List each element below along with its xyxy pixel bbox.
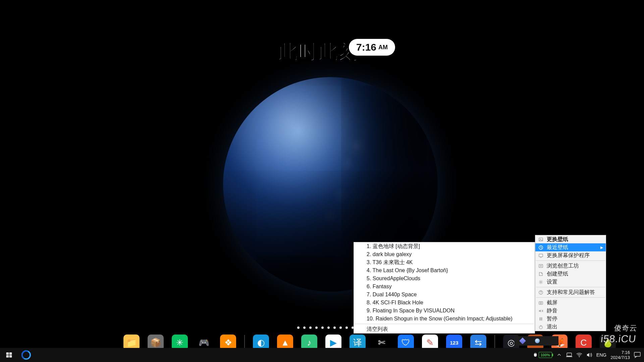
ctx-item-label: 支持和常见问题解答 <box>547 289 595 296</box>
svg-rect-22 <box>634 352 640 356</box>
browser-icon <box>21 350 31 360</box>
svg-rect-14 <box>9 353 12 355</box>
battery-percent: 100% <box>539 352 552 358</box>
wifi-icon[interactable] <box>576 352 582 358</box>
svg-rect-8 <box>539 301 542 304</box>
wallpaper-widget-title: 此时此刻 <box>278 39 359 65</box>
svg-point-9 <box>540 302 541 303</box>
recent-wallpaper-item[interactable]: 5. SouredAppleClouds <box>354 275 535 283</box>
recent-wallpaper-item[interactable]: 7. Dual 1440p Space <box>354 291 535 299</box>
svg-rect-15 <box>6 355 9 358</box>
svg-rect-11 <box>541 317 542 320</box>
screensaver-icon <box>538 253 543 258</box>
ctx-item-create[interactable]: 创建壁纸 <box>535 270 606 278</box>
windows-taskbar: 100% ENG 7:16 2024/7/13 <box>0 348 644 362</box>
svg-rect-16 <box>9 355 12 358</box>
tray-laptop-icon[interactable] <box>566 352 572 358</box>
ctx-item-screensaver[interactable]: 更换屏幕保护程序 <box>535 251 606 259</box>
watermark-cn: 傻奇云 <box>601 323 638 333</box>
ctx-item-screenshot[interactable]: 截屏 <box>535 299 606 307</box>
action-center-icon[interactable] <box>634 352 641 358</box>
wallpaper-engine-context-menu: 更换壁纸最近壁纸▶更换屏幕保护程序浏览创意工坊创建壁纸设置支持和常见问题解答截屏… <box>535 235 606 331</box>
svg-rect-10 <box>539 317 540 320</box>
create-icon <box>538 271 543 277</box>
plug-icon <box>533 352 537 358</box>
wallpaper-ampm: AM <box>378 44 388 51</box>
taskbar-pinned-browser[interactable] <box>18 348 34 362</box>
image-icon <box>538 237 543 242</box>
svg-rect-4 <box>539 264 542 267</box>
svg-point-7 <box>540 293 541 294</box>
ctx-item-pause[interactable]: 暂停 <box>535 315 606 323</box>
pause-icon <box>538 316 543 321</box>
recent-wallpaper-item[interactable]: 1. 蓝色地球 [动态背景] <box>354 242 535 250</box>
ctx-item-mute[interactable]: 静音 <box>535 307 606 315</box>
recent-wallpaper-item[interactable]: 8. 4K SCI-FI Black Hole <box>354 299 535 307</box>
svg-rect-3 <box>539 254 542 256</box>
system-tray: 100% ENG 7:16 2024/7/13 <box>533 348 644 362</box>
ctx-item-label: 暂停 <box>547 315 557 322</box>
windows-logo-icon <box>6 352 12 358</box>
ime-language[interactable]: ENG <box>596 352 606 358</box>
recent-wallpaper-item[interactable]: 6. Fantasy <box>354 283 535 291</box>
screenshot-icon <box>538 300 543 305</box>
ctx-item-image[interactable]: 更换壁纸 <box>535 235 606 243</box>
taskbar-time: 7:16 <box>610 350 630 355</box>
ctx-item-label: 截屏 <box>547 299 557 306</box>
recent-wallpapers-submenu: 1. 蓝色地球 [动态背景]2. dark blue galexy3. T36 … <box>354 242 535 334</box>
chevron-right-icon: ▶ <box>600 245 603 250</box>
ctx-item-label: 最近壁纸 <box>547 244 568 251</box>
tray-overflow-strip[interactable] <box>514 336 558 346</box>
svg-point-5 <box>540 281 541 283</box>
wallpaper-time-pill: 7:16 AM <box>349 39 395 56</box>
recent-wallpaper-item[interactable]: 2. dark blue galexy <box>354 250 535 258</box>
start-button[interactable] <box>0 348 18 362</box>
ctx-item-label: 创建壁纸 <box>547 270 568 278</box>
svg-rect-19 <box>567 353 572 356</box>
ctx-item-recent[interactable]: 最近壁纸▶ <box>535 243 606 251</box>
battery-indicator[interactable]: 100% <box>533 352 552 358</box>
recent-wallpaper-item[interactable]: 3. T36 未來戰士 4K <box>354 258 535 266</box>
watermark-en: i58.iCU <box>600 333 637 344</box>
settings-icon <box>538 279 543 285</box>
clear-recent-list[interactable]: 清空列表 <box>354 325 535 333</box>
ctx-item-power[interactable]: 退出 <box>535 323 606 331</box>
ctx-item-label: 静音 <box>547 307 557 314</box>
recent-wallpaper-item[interactable]: 4. The Last One {By Josef Bartoň} <box>354 266 535 275</box>
ctx-item-label: 更换壁纸 <box>547 236 568 243</box>
taskbar-clock[interactable]: 7:16 2024/7/13 <box>610 350 630 360</box>
tray-chevron-up-icon[interactable] <box>556 352 562 358</box>
wallpaper-time: 7:16 <box>356 42 376 53</box>
help-icon <box>538 290 543 295</box>
power-icon <box>538 324 543 329</box>
watermark: 傻奇云 i58.iCU <box>600 323 638 345</box>
ctx-item-settings[interactable]: 设置 <box>535 278 606 286</box>
mute-icon <box>538 308 543 313</box>
ctx-item-label: 更换屏幕保护程序 <box>547 252 590 259</box>
recent-icon <box>538 245 543 250</box>
ctx-item-label: 设置 <box>547 279 557 286</box>
ctx-item-help[interactable]: 支持和常见问题解答 <box>535 288 606 296</box>
svg-rect-20 <box>566 356 572 357</box>
taskbar-date: 2024/7/13 <box>610 355 630 360</box>
svg-rect-13 <box>6 353 9 355</box>
ctx-item-label: 退出 <box>547 323 557 330</box>
volume-icon[interactable] <box>586 352 592 358</box>
recent-wallpaper-item[interactable]: 10. Raiden Shogun in the Snow (Genshin I… <box>354 315 535 323</box>
ctx-item-label: 浏览创意工坊 <box>547 262 579 269</box>
recent-wallpaper-item[interactable]: 9. Floating In Space By VISUALDON <box>354 307 535 315</box>
tray-drop-icon[interactable] <box>535 339 540 343</box>
workshop-icon <box>538 263 543 268</box>
svg-point-21 <box>579 356 580 357</box>
tray-diamond-icon[interactable] <box>519 338 526 344</box>
ctx-item-workshop[interactable]: 浏览创意工坊 <box>535 262 606 270</box>
